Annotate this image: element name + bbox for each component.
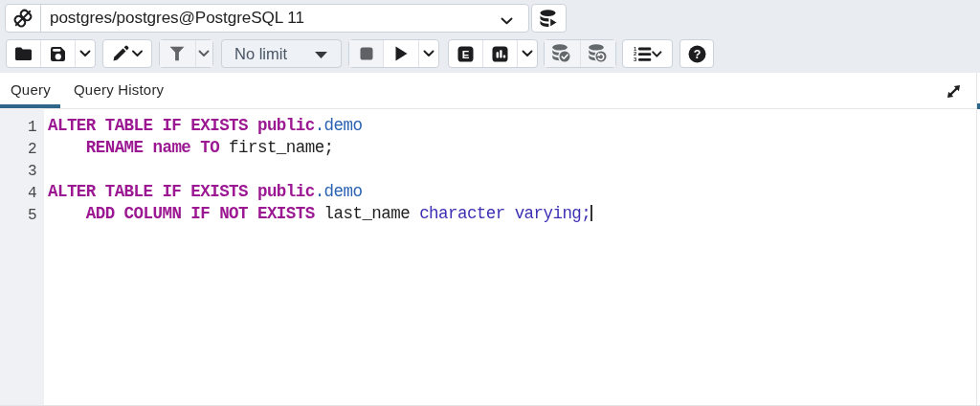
svg-text:?: ? [693,48,701,61]
svg-text:E: E [462,48,470,59]
svg-text:3: 3 [633,56,636,62]
